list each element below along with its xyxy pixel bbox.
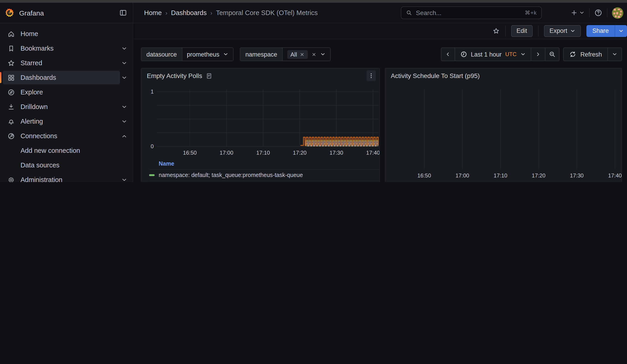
panel-empty-activity-polls: Empty Activity Polls 0116:5017:0017:1017… [141, 68, 380, 182]
zoom-out-button[interactable] [545, 48, 559, 61]
share-button-label: Share [592, 27, 609, 34]
panel-title: Empty Activity Polls [147, 72, 202, 79]
share-button-group: Share [586, 25, 627, 37]
time-series-plot[interactable]: 16:5017:0017:1017:2017:3017:40 [385, 83, 622, 181]
svg-text:17:40: 17:40 [608, 172, 622, 179]
sidebar-item-add-new-connection[interactable]: Add new connection [0, 143, 133, 158]
svg-text:17:30: 17:30 [329, 150, 343, 156]
share-dropdown-button[interactable] [615, 25, 627, 37]
time-shift-back-button[interactable] [441, 48, 455, 61]
sidebar-toggle-icon[interactable] [119, 9, 127, 17]
legend-row[interactable]: namespace: default; task_queue:prometheu… [149, 169, 379, 181]
filters-row: datasource prometheus namespace All [134, 39, 627, 61]
panel-header[interactable]: Activity Schedule To Start (p95) [385, 68, 622, 83]
sidebar-item-explore[interactable]: Explore [0, 85, 133, 100]
namespace-selected-tag[interactable]: All [287, 50, 308, 59]
sidebar-item-data-sources[interactable]: Data sources [0, 158, 133, 172]
search-icon [406, 9, 412, 16]
divider [607, 8, 607, 17]
svg-text:1: 1 [151, 89, 154, 95]
svg-text:17:40: 17:40 [366, 150, 379, 156]
breadcrumb-item-home[interactable]: Home [144, 9, 162, 16]
export-button-label: Export [549, 27, 567, 34]
apps-icon [7, 74, 15, 81]
refresh-button[interactable]: Refresh [563, 48, 608, 61]
svg-text:17:20: 17:20 [532, 172, 545, 179]
chevron-down-icon[interactable] [121, 75, 127, 81]
grafana-app: Grafana Home›Dashboards›Temporal Core SD… [0, 0, 627, 182]
refresh-icon [569, 51, 576, 58]
remove-tag-icon[interactable] [300, 52, 305, 57]
legend-header: NameLast *Max [393, 181, 622, 182]
panel-row-top: Empty Activity Polls 0116:5017:0017:1017… [134, 61, 627, 182]
legend-row[interactable]: namespace: default; task_queue:temporal_… [149, 181, 379, 182]
gear-icon [7, 176, 15, 182]
sidebar-item-connections[interactable]: Connections [0, 129, 133, 143]
star-icon [7, 59, 15, 67]
chevron-down-icon [579, 10, 585, 15]
panel-menu-button[interactable] [367, 70, 376, 81]
sidebar-item-drilldown[interactable]: Drilldown [0, 100, 133, 114]
grafana-logo[interactable] [4, 8, 15, 18]
chevron-down-icon [570, 28, 575, 34]
top-actions [571, 3, 623, 23]
chevron-down-icon [320, 52, 326, 57]
panel-header[interactable]: Empty Activity Polls [141, 68, 379, 83]
breadcrumb-item-dashboards[interactable]: Dashboards [171, 9, 207, 16]
sidebar-item-label: Add new connection [20, 147, 127, 154]
sidebar-item-dashboards[interactable]: Dashboards [0, 70, 133, 85]
sidebar-item-home[interactable]: Home [0, 26, 133, 41]
chevron-down-icon[interactable] [121, 45, 127, 51]
timezone-label: UTC [505, 51, 517, 57]
namespace-select[interactable]: All [283, 48, 330, 61]
clear-all-icon[interactable] [312, 52, 317, 57]
help-icon[interactable] [594, 9, 602, 17]
sidebar-item-label: Dashboards [20, 74, 116, 81]
chevron-down-icon[interactable] [121, 104, 127, 110]
time-series-plot[interactable]: 0116:5017:0017:1017:2017:3017:40 [141, 83, 379, 158]
time-range-picker[interactable]: Last 1 hour UTC [455, 48, 531, 61]
search-input[interactable]: Search... ⌘+k [401, 6, 542, 19]
legend-column-name[interactable]: Name [149, 160, 379, 167]
sidebar-item-label: Drilldown [20, 103, 116, 110]
export-button[interactable]: Export [544, 25, 581, 37]
top-navigation-bar: Grafana Home›Dashboards›Temporal Core SD… [0, 3, 627, 23]
refresh-interval-dropdown[interactable] [608, 48, 622, 61]
edit-button[interactable]: Edit [511, 25, 533, 37]
connections-icon [7, 132, 15, 140]
drilldown-icon [7, 103, 15, 111]
favorite-star-button[interactable] [492, 27, 500, 34]
time-shift-forward-button[interactable] [531, 48, 545, 61]
kebab-icon [368, 73, 374, 79]
sidebar-item-bookmarks[interactable]: Bookmarks [0, 41, 133, 56]
svg-text:17:30: 17:30 [570, 172, 584, 179]
series-color-pill [149, 174, 155, 176]
sidebar-item-label: Bookmarks [20, 45, 116, 52]
breadcrumb-item-temporal-core-sdk-otel-metrics: Temporal Core SDK (OTel) Metrics [216, 9, 317, 16]
share-button[interactable]: Share [586, 25, 615, 37]
add-new-button[interactable] [571, 9, 585, 16]
sidebar-item-alerting[interactable]: Alerting [0, 114, 133, 129]
window-titlebar-strip [0, 0, 627, 3]
sidebar-item-starred[interactable]: Starred [0, 56, 133, 70]
plus-icon [571, 9, 578, 16]
svg-text:0: 0 [151, 143, 154, 149]
divider [589, 8, 590, 17]
panel-description-icon[interactable] [206, 72, 213, 79]
breadcrumb: Home›Dashboards›Temporal Core SDK (OTel)… [133, 3, 318, 23]
chevron-down-icon[interactable] [121, 118, 127, 124]
panel-activity-schedule-to-start: Activity Schedule To Start (p95) 16:5017… [385, 68, 622, 182]
chevron-down-icon[interactable] [121, 60, 127, 66]
sidebar-item-label: Starred [20, 59, 116, 67]
search-placeholder: Search... [416, 9, 441, 16]
breadcrumb-separator: › [210, 9, 212, 16]
sidebar-item-administration[interactable]: Administration [0, 172, 133, 182]
sidebar-item-label: Data sources [20, 161, 127, 169]
chevron-left-icon [445, 52, 451, 57]
namespace-label: namespace [240, 48, 283, 61]
user-avatar[interactable] [612, 7, 623, 18]
datasource-select[interactable]: prometheus [182, 48, 233, 61]
chevron-down-icon[interactable] [121, 177, 127, 182]
sidebar-item-label: Connections [20, 132, 116, 140]
chevron-up-icon[interactable] [121, 133, 127, 139]
